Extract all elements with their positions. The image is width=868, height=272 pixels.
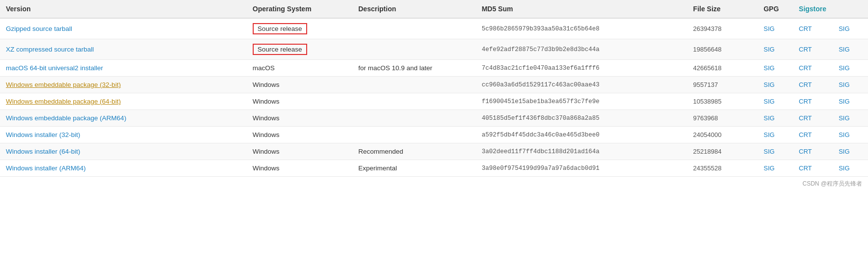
sigstore-sig-link[interactable]: SIG	[839, 64, 849, 72]
desc-cell: Recommended	[352, 143, 475, 160]
os-cell: Windows	[247, 143, 352, 160]
sigstore-sig-link[interactable]: SIG	[839, 81, 849, 88]
version-link[interactable]: Windows embeddable package (ARM64)	[6, 114, 126, 122]
table-row: Windows embeddable package (64-bit)Windo…	[0, 93, 868, 110]
sigstore-sig-link[interactable]: SIG	[839, 114, 849, 122]
desc-cell	[352, 18, 475, 39]
filesize-cell: 26394378	[687, 18, 758, 39]
md5-cell: cc960a3a6d5d1529117c463ac00aae43	[476, 77, 687, 93]
source-release-badge: Source release	[253, 23, 307, 34]
filesize-cell: 19856648	[687, 39, 758, 60]
sigstore-sig-link[interactable]: SIG	[839, 46, 849, 53]
md5-cell: 5c986b2865979b393aa50a31c65b64e8	[476, 18, 687, 39]
table-row: macOS 64-bit universal2 installermacOSfo…	[0, 60, 868, 77]
table-row: Windows installer (ARM64)WindowsExperime…	[0, 160, 868, 177]
source-release-badge: Source release	[253, 44, 307, 55]
table-row: Windows embeddable package (32-bit)Windo…	[0, 77, 868, 93]
gpg-sig-link[interactable]: SIG	[763, 64, 774, 72]
desc-cell	[352, 77, 475, 93]
gpg-sig-link[interactable]: SIG	[763, 25, 774, 32]
crt-link[interactable]: CRT	[799, 114, 812, 122]
crt-link[interactable]: CRT	[799, 98, 812, 105]
gpg-sig-link[interactable]: SIG	[763, 46, 774, 53]
filesize-cell: 42665618	[687, 60, 758, 77]
version-link[interactable]: Windows embeddable package (32-bit)	[6, 81, 121, 88]
os-cell: Windows	[247, 77, 352, 93]
desc-cell	[352, 93, 475, 110]
header-filesize: File Size	[687, 0, 758, 18]
download-table-container: Version Operating System Description MD5…	[0, 0, 868, 191]
header-md5: MD5 Sum	[476, 0, 687, 18]
header-sigstore: Sigstore	[793, 0, 833, 18]
gpg-sig-link[interactable]: SIG	[763, 164, 774, 172]
download-table: Version Operating System Description MD5…	[0, 0, 868, 177]
crt-link[interactable]: CRT	[799, 81, 812, 88]
version-link[interactable]: Gzipped source tarball	[6, 25, 72, 32]
crt-link[interactable]: CRT	[799, 25, 812, 32]
header-desc: Description	[352, 0, 475, 18]
table-row: Windows installer (32-bit)Windowsa592f5d…	[0, 127, 868, 143]
watermark: CSDN @程序员先锋者	[0, 177, 868, 191]
md5-cell: 3a98e0f9754199d99a7a97a6dacb0d91	[476, 160, 687, 177]
desc-cell	[352, 110, 475, 127]
desc-cell	[352, 127, 475, 143]
os-cell: Windows	[247, 127, 352, 143]
crt-link[interactable]: CRT	[799, 64, 812, 72]
gpg-sig-link[interactable]: SIG	[763, 148, 774, 155]
md5-cell: 4efe92adf28875c77d3b9b2e8d3bc44a	[476, 39, 687, 60]
version-link[interactable]: Windows installer (64-bit)	[6, 148, 80, 155]
desc-cell: for macOS 10.9 and later	[352, 60, 475, 77]
os-cell: Windows	[247, 160, 352, 177]
filesize-cell: 9763968	[687, 110, 758, 127]
table-header-row: Version Operating System Description MD5…	[0, 0, 868, 18]
gpg-sig-link[interactable]: SIG	[763, 81, 774, 88]
table-row: Gzipped source tarballSource release5c98…	[0, 18, 868, 39]
filesize-cell: 9557137	[687, 77, 758, 93]
header-gpg: GPG	[758, 0, 793, 18]
md5-cell: 3a02deed11f7ff4dbc1188d201ad164a	[476, 143, 687, 160]
os-cell: Windows	[247, 93, 352, 110]
md5-cell: 7c4d83ac21cf1e0470aa133ef6a1fff6	[476, 60, 687, 77]
md5-cell: a592f5db4f45ddc3a46c0ae465d3bee0	[476, 127, 687, 143]
version-link[interactable]: macOS 64-bit universal2 installer	[6, 64, 103, 72]
header-sig-extra	[833, 0, 868, 18]
sigstore-sig-link[interactable]: SIG	[839, 98, 849, 105]
os-cell: Windows	[247, 110, 352, 127]
md5-cell: f16900451e15abe1ba3ea657f3c7fe9e	[476, 93, 687, 110]
sigstore-sig-link[interactable]: SIG	[839, 25, 849, 32]
md5-cell: 405185d5ef1f436f8dbc370a868a2a85	[476, 110, 687, 127]
version-link[interactable]: XZ compressed source tarball	[6, 46, 94, 53]
gpg-sig-link[interactable]: SIG	[763, 131, 774, 138]
crt-link[interactable]: CRT	[799, 148, 812, 155]
sigstore-sig-link[interactable]: SIG	[839, 148, 849, 155]
os-cell: macOS	[247, 60, 352, 77]
header-os: Operating System	[247, 0, 352, 18]
gpg-sig-link[interactable]: SIG	[763, 114, 774, 122]
sigstore-sig-link[interactable]: SIG	[839, 164, 849, 172]
header-version: Version	[0, 0, 247, 18]
filesize-cell: 25218984	[687, 143, 758, 160]
filesize-cell: 24355528	[687, 160, 758, 177]
desc-cell	[352, 39, 475, 60]
crt-link[interactable]: CRT	[799, 164, 812, 172]
filesize-cell: 24054000	[687, 127, 758, 143]
version-link[interactable]: Windows installer (32-bit)	[6, 131, 80, 138]
version-link[interactable]: Windows installer (ARM64)	[6, 164, 86, 172]
table-row: XZ compressed source tarballSource relea…	[0, 39, 868, 60]
table-row: Windows embeddable package (ARM64)Window…	[0, 110, 868, 127]
sigstore-sig-link[interactable]: SIG	[839, 131, 849, 138]
filesize-cell: 10538985	[687, 93, 758, 110]
crt-link[interactable]: CRT	[799, 46, 812, 53]
version-link[interactable]: Windows embeddable package (64-bit)	[6, 98, 121, 105]
gpg-sig-link[interactable]: SIG	[763, 98, 774, 105]
desc-cell: Experimental	[352, 160, 475, 177]
crt-link[interactable]: CRT	[799, 131, 812, 138]
table-row: Windows installer (64-bit)WindowsRecomme…	[0, 143, 868, 160]
